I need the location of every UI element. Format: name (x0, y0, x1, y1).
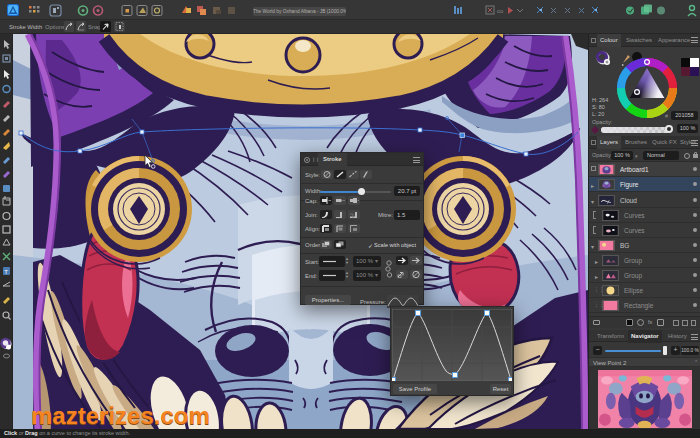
svg-text:T: T (4, 269, 8, 275)
svg-text:co: co (497, 8, 504, 14)
